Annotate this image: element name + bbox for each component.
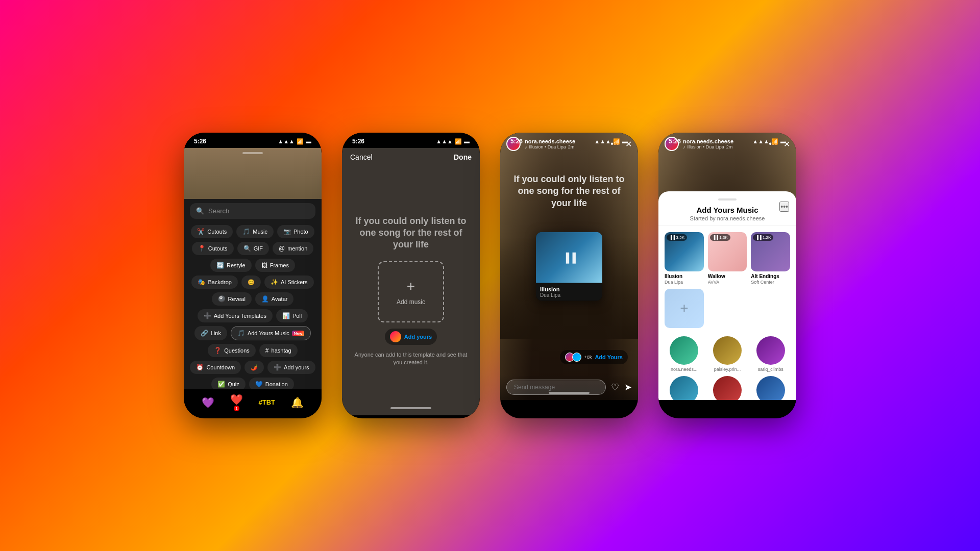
emoji-icon: 😊	[248, 279, 255, 286]
user-name-2: paisley.prin...	[714, 367, 741, 372]
user-item-6[interactable]: zhangskait...	[751, 376, 790, 400]
status-bar-3: 5:26 ▲▲▲ 📶 ▬	[500, 133, 638, 148]
bottom-icons-row: 💜 ❤️1 #TBT 🔔	[184, 389, 322, 415]
sticker-frames[interactable]: 🖼Frames	[255, 259, 295, 272]
music-thumb-illusion: ▐▐ 3.5K	[665, 232, 704, 271]
phone-4: 5:26 ▲▲▲ 📶 ▬ nora.needs.cheese ♪ Ill	[658, 133, 796, 418]
template-prompt-text: If you could only listen to one song for…	[352, 215, 470, 251]
music-item-more[interactable]: +	[665, 289, 704, 330]
sticker-picker-screen: 🔍 Search ✂️Cutouts 🎵Music 📷Photo 📍Cutout…	[184, 148, 322, 415]
phone-2: 5:26 ▲▲▲ 📶 ▬ Cancel Done If you could on…	[342, 133, 480, 418]
add-yours-story-button[interactable]: +8k Add Yours	[560, 350, 628, 364]
sticker-link[interactable]: 🔗Link	[194, 326, 227, 340]
sticker-add-yours[interactable]: ➕Add yours	[267, 361, 315, 374]
panel-more-button[interactable]: •••	[779, 202, 789, 212]
time-3: 5:26	[510, 138, 523, 145]
wallow-count-badge: ▐▐ 1.3K	[710, 234, 730, 241]
sticker-poll[interactable]: 📊Poll	[276, 309, 308, 322]
template-header: Cancel Done	[342, 148, 480, 166]
add-music-label: Add music	[397, 298, 425, 306]
sticker-slider[interactable]: 🌶️	[244, 361, 264, 374]
search-icon: 🔍	[196, 207, 204, 215]
template-content: If you could only listen to one song for…	[342, 166, 480, 415]
poll-icon: 📊	[282, 312, 290, 319]
wifi-icon-3: 📶	[613, 138, 620, 145]
sticker-add-yours-music[interactable]: 🎵 Add Yours Music New	[231, 326, 311, 340]
bottom-heart-icon[interactable]: 💜	[202, 396, 214, 409]
song-title: Illusion	[540, 286, 598, 292]
add-yours-pill[interactable]: Add yours	[385, 329, 437, 345]
wifi-icon-4: 📶	[771, 138, 778, 145]
story-prompt-text: If you could only listen to one song for…	[508, 173, 630, 209]
slider-icon: 🌶️	[251, 364, 258, 371]
phone-3-screen: 5:26 ▲▲▲ 📶 ▬ nora.needs.cheese ♪	[500, 133, 638, 418]
alt-endings-count-badge: ▐▐ 1.2K	[753, 234, 773, 241]
phone-4-screen: 5:26 ▲▲▲ 📶 ▬ nora.needs.cheese ♪ Ill	[658, 133, 796, 418]
music-item-1[interactable]: ▐▐ 3.5K Illusion Dua Lipa	[665, 232, 704, 285]
user-item-4[interactable]: lil_wyatt838	[665, 376, 704, 400]
user-avatar-4	[670, 376, 698, 400]
phone-3: 5:26 ▲▲▲ 📶 ▬ nora.needs.cheese ♪	[500, 133, 638, 418]
sticker-restyle[interactable]: 🔄Restyle	[210, 259, 252, 272]
music-card-info: Illusion Dua Lipa	[536, 283, 602, 301]
location-icon: 📍	[198, 245, 206, 252]
sticker-questions[interactable]: ❓Questions	[208, 344, 256, 357]
music-item-3[interactable]: ▐▐ 1.2K Alt Endings Soft Center	[751, 232, 790, 285]
sticker-backdrop[interactable]: 🎭Backdrop	[191, 276, 237, 289]
battery-icon-4: ▬	[780, 138, 786, 144]
link-icon: 🔗	[201, 330, 208, 337]
music-thumb-alt-endings: ▐▐ 1.2K	[751, 232, 790, 271]
done-button[interactable]: Done	[454, 153, 472, 161]
sticker-cutouts[interactable]: ✂️Cutouts	[191, 225, 233, 238]
sticker-add-yours-templates[interactable]: ➕Add Yours Templates	[198, 309, 273, 322]
sticker-music[interactable]: 🎵Music	[236, 225, 274, 238]
bottom-sound-icon[interactable]: 🔔	[291, 396, 304, 409]
cancel-button[interactable]: Cancel	[350, 153, 373, 161]
sticker-photo[interactable]: 📷Photo	[277, 225, 314, 238]
anyone-can-add-text: Anyone can add to this template and see …	[352, 351, 470, 367]
bottom-tbt-icon[interactable]: #TBT	[259, 398, 276, 406]
time-1: 5:26	[194, 138, 206, 145]
user-avatar-5	[713, 376, 742, 400]
add-yours-icon: ➕	[274, 364, 281, 371]
sticker-ai-stickers[interactable]: ✨AI Stickers	[264, 276, 314, 289]
status-icons-3: ▲▲▲ 📶 ▬	[594, 138, 628, 145]
sticker-emoji[interactable]: 😊	[241, 276, 261, 289]
search-bar[interactable]: 🔍 Search	[190, 203, 315, 219]
sticker-mention[interactable]: @mention	[273, 242, 313, 255]
avatar-icon: 👤	[261, 295, 269, 303]
user-item-5[interactable]: mermaid_h...	[708, 376, 747, 400]
sticker-hashtag[interactable]: #hashtag	[259, 344, 298, 357]
alt-endings-title: Alt Endings	[751, 273, 779, 280]
user-item-1[interactable]: nora.needs...	[665, 336, 704, 372]
status-bar-4: 5:26 ▲▲▲ 📶 ▬	[658, 133, 796, 148]
battery-icon: ▬	[306, 138, 311, 144]
music-card-image: ▐▐	[536, 232, 602, 283]
new-badge: New	[292, 331, 304, 336]
panel-drag-handle[interactable]	[718, 198, 737, 201]
sticker-reveal[interactable]: 🎱Reveal	[212, 292, 252, 306]
user-item-2[interactable]: paisley.prin...	[708, 336, 747, 372]
plus-count: +8k	[584, 355, 592, 360]
sticker-location[interactable]: 📍Cutouts	[192, 242, 234, 255]
add-music-box[interactable]: + Add music	[378, 261, 444, 322]
sticker-gif[interactable]: 🔍GIF	[237, 242, 269, 255]
add-yours-pill-story: +8k Add Yours	[560, 350, 628, 364]
phone-1-screen: 5:26 ▲▲▲ 📶 ▬ 🔍 Search ✂️Cutouts 🎵Music 📷…	[184, 133, 322, 418]
panel-header: Add Yours Music Started by nora.needs.ch…	[658, 191, 796, 226]
sticker-countdown[interactable]: ⏰Countdown	[190, 361, 241, 374]
sticker-avatar[interactable]: 👤Avatar	[255, 292, 294, 306]
avatars-small	[565, 353, 581, 362]
status-icons-4: ▲▲▲ 📶 ▬	[752, 138, 786, 145]
music-card[interactable]: ▐▐ Illusion Dua Lipa	[536, 232, 602, 301]
story-view-screen: nora.needs.cheese ♪ Illusion • Dua Lipa …	[500, 133, 638, 400]
story-preview-top	[184, 148, 322, 199]
music-item-2[interactable]: ▐▐ 1.3K Wallow AVVA	[708, 232, 747, 285]
user-item-3[interactable]: sariq_climbs	[751, 336, 790, 372]
music-thumb-wallow: ▐▐ 1.3K	[708, 232, 747, 271]
illusion-title: Illusion	[665, 273, 682, 280]
bottom-notification-icon[interactable]: ❤️1	[230, 393, 243, 411]
signal-icon-3: ▲▲▲	[594, 138, 611, 144]
signal-icon-4: ▲▲▲	[752, 138, 769, 144]
signal-icon: ▲▲▲	[278, 138, 295, 144]
